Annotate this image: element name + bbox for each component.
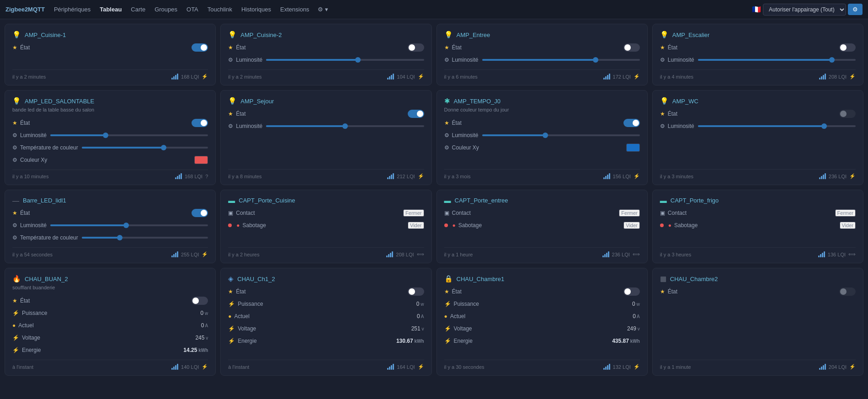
row-icon: ⚙	[12, 222, 17, 229]
card-title[interactable]: Barre_LED_lidl1	[23, 197, 66, 204]
nav-touchlink[interactable]: Touchlink	[204, 4, 236, 15]
action-button[interactable]: Vider	[623, 222, 639, 229]
slider[interactable]	[482, 59, 640, 61]
toggle[interactable]	[623, 287, 640, 296]
nav-peripheriques[interactable]: Périphériques	[50, 4, 94, 15]
row-value: 0 A	[201, 322, 208, 329]
action-button[interactable]: Fermer	[835, 209, 856, 217]
pairing-button[interactable]: ⚙	[848, 4, 863, 15]
nav-ota[interactable]: OTA	[183, 4, 202, 15]
footer-time: il y a 1 heure	[444, 252, 473, 257]
row-label-text: Voltage	[454, 325, 472, 332]
action-button[interactable]: Vider	[408, 222, 424, 229]
slider[interactable]	[50, 224, 208, 227]
card-title[interactable]: CHAU_Chambre1	[457, 276, 505, 282]
footer-icon[interactable]: ⟺	[633, 251, 640, 257]
footer-time: il y a 4 minutes	[660, 74, 693, 80]
color-swatch[interactable]	[194, 156, 208, 164]
toggle[interactable]	[623, 119, 640, 127]
row-label-text: État	[452, 288, 462, 295]
action-button[interactable]: Fermer	[619, 209, 639, 217]
footer-icon[interactable]: ⟺	[848, 251, 856, 257]
row-label-text: État	[668, 288, 677, 295]
toggle[interactable]	[192, 209, 208, 217]
footer-icon[interactable]: ⚡	[202, 251, 208, 257]
footer-icon[interactable]: ⚡	[202, 74, 208, 80]
footer-icon[interactable]: ?	[205, 174, 208, 179]
slider[interactable]	[698, 125, 856, 128]
footer-icon[interactable]: ⚡	[634, 364, 640, 370]
slider[interactable]	[50, 134, 208, 137]
card-header: ▬ CAPT_Porte_entree	[444, 197, 640, 204]
toggle[interactable]	[839, 287, 856, 296]
card-title[interactable]: AMP_WC	[672, 98, 698, 105]
nav-carte[interactable]: Carte	[127, 4, 149, 15]
card-header: 💡 AMP_Entree	[444, 31, 640, 39]
row-label-text: Sabotage	[458, 222, 482, 229]
row-icon: ⚙	[12, 157, 17, 163]
nav-tableau[interactable]: Tableau	[96, 4, 125, 15]
footer-right: 236 LQI ⟺	[602, 251, 640, 257]
card-title[interactable]: CHAU_Chambre2	[670, 276, 718, 282]
footer-icon[interactable]: ⚡	[634, 74, 640, 80]
signal-bars	[387, 174, 394, 179]
pairing-select[interactable]: Autoriser l'appairage (Tout)	[763, 4, 846, 16]
row-label: ⚡ Voltage	[228, 325, 256, 332]
slider[interactable]	[698, 59, 856, 61]
nav-historiques[interactable]: Historiques	[238, 4, 275, 15]
toggle[interactable]	[408, 43, 424, 52]
footer-icon[interactable]: ⚡	[849, 173, 856, 179]
card-title[interactable]: CHAU_Ch1_2	[237, 276, 275, 282]
footer-icon[interactable]: ⚡	[202, 364, 208, 370]
toggle[interactable]	[839, 43, 856, 52]
slider[interactable]	[482, 134, 640, 137]
footer-icon[interactable]: ⚡	[418, 74, 424, 80]
footer-icon[interactable]: ⚡	[849, 74, 856, 80]
toggle[interactable]	[192, 43, 208, 52]
row-label: ⚡ Energie	[228, 338, 256, 344]
card-title[interactable]: AMP_Escalier	[672, 32, 710, 38]
toggle[interactable]	[408, 110, 424, 118]
card-title[interactable]: CAPT_Porte_Cuisine	[239, 197, 295, 204]
row-icon: ★	[228, 44, 233, 51]
lqi-value: 208 LQI	[829, 74, 847, 80]
slider[interactable]	[266, 125, 424, 128]
action-button[interactable]: Fermer	[403, 209, 424, 217]
color-swatch[interactable]	[626, 144, 640, 152]
nav-settings[interactable]: ⚙ ▾	[315, 4, 331, 15]
card-title[interactable]: CAPT_Porte_frigo	[671, 197, 719, 204]
toggle[interactable]	[408, 287, 424, 296]
card-row: ⚙ Luminosité	[660, 55, 856, 65]
slider[interactable]	[82, 146, 208, 149]
nav-extensions[interactable]: Extensions	[277, 4, 313, 15]
footer-icon[interactable]: ⚡	[418, 173, 424, 179]
slider[interactable]	[266, 59, 424, 61]
card-title[interactable]: AMP_Entree	[457, 32, 490, 38]
footer-right: 168 LQI ⚡	[171, 74, 208, 80]
row-label: ★ État	[444, 44, 462, 51]
card-title[interactable]: CAPT_Porte_entree	[455, 197, 508, 204]
card-title[interactable]: AMP_Sejour	[240, 98, 274, 105]
footer-icon[interactable]: ⚡	[849, 364, 856, 370]
footer-icon[interactable]: ⚡	[418, 364, 424, 370]
card-body: ★ État ⚙ Luminosité	[660, 109, 856, 165]
footer-icon[interactable]: ⚡	[634, 173, 640, 179]
nav-groupes[interactable]: Groupes	[151, 4, 181, 15]
card-footer: il y a 3 heures 136 LQI ⟺	[660, 247, 856, 257]
card-row: ⚙ Couleur Xy	[444, 143, 640, 153]
card-title[interactable]: AMP_TEMPO_J0	[454, 98, 501, 105]
slider[interactable]	[82, 236, 208, 239]
action-button[interactable]: Vider	[840, 222, 856, 229]
toggle[interactable]	[192, 119, 208, 127]
card-title[interactable]: AMP_Cuisine-2	[240, 32, 282, 38]
toggle[interactable]	[623, 43, 640, 52]
row-label-text: Température de couleur	[20, 144, 78, 151]
footer-icon[interactable]: ⟺	[417, 251, 424, 257]
card-title[interactable]: CHAU_BUAN_2	[25, 276, 68, 282]
device-card: ✱ AMP_TEMPO_J0 Donne couleur tempo du jo…	[437, 90, 648, 185]
card-title[interactable]: AMP_Cuisine-1	[25, 32, 66, 38]
toggle[interactable]	[192, 297, 208, 305]
card-row: ⚡ Energie 130.67 kWh	[228, 336, 424, 346]
card-title[interactable]: AMP_LED_SALONTABLE	[25, 98, 94, 105]
toggle[interactable]	[839, 110, 856, 118]
